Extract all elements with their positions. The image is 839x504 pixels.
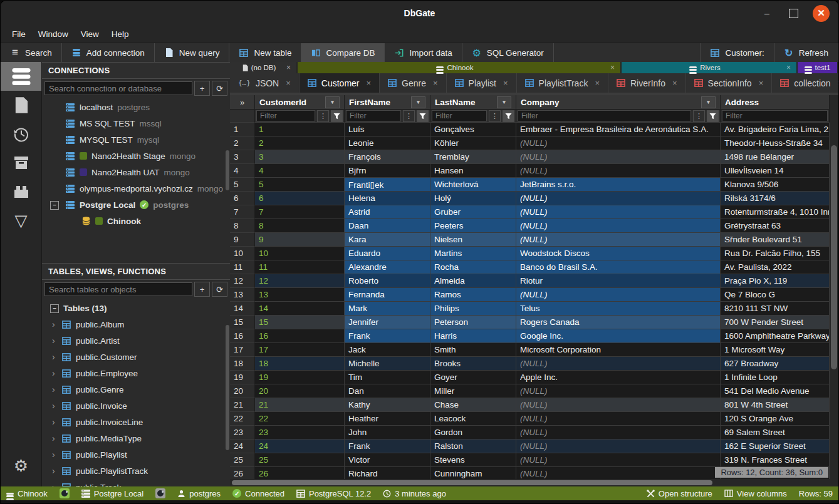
cell-firstname[interactable]: Kathy xyxy=(345,398,430,412)
cell-firstname[interactable]: Helena xyxy=(345,192,430,205)
cell-address[interactable]: 120 S Orange Ave xyxy=(721,412,830,426)
cell-lastname[interactable]: Wichterlová xyxy=(430,178,516,192)
chevron-right-icon[interactable]: › xyxy=(52,466,57,476)
grid-expand-all-header[interactable]: » xyxy=(230,95,255,110)
column-header-customerid[interactable]: CustomerId▾ xyxy=(255,95,345,110)
cell-company[interactable]: Embraer - Empresa Brasileira de Aeronáut… xyxy=(516,123,721,136)
cell-company[interactable]: (NULL) xyxy=(516,398,721,412)
cell-company[interactable]: (NULL) xyxy=(516,440,721,453)
table-item[interactable]: ›public.Employee xyxy=(42,365,230,381)
tables-group[interactable]: –Tables (13) xyxy=(42,300,230,316)
tab-customer[interactable]: Customer× xyxy=(300,73,380,93)
cell-lastname[interactable]: Rocha xyxy=(430,260,516,274)
cell-customerid[interactable]: 18 xyxy=(255,357,345,371)
cell-company[interactable]: Banco do Brasil S.A. xyxy=(516,260,721,274)
close-icon[interactable]: × xyxy=(784,63,793,72)
cell-company[interactable]: (NULL) xyxy=(516,136,721,150)
table-item[interactable]: ›public.Customer xyxy=(42,349,230,365)
cell-firstname[interactable]: Frank xyxy=(345,329,430,343)
chevron-right-icon[interactable]: › xyxy=(52,401,57,411)
status-rows-59[interactable]: Rows: 59 xyxy=(799,489,833,498)
database-item[interactable]: Chinook xyxy=(42,213,230,229)
cell-firstname[interactable]: Alexandre xyxy=(345,260,430,274)
tab-json[interactable]: {…}JSON× xyxy=(230,73,300,93)
toolbar-add-connection-button[interactable]: Add connection xyxy=(62,43,155,62)
cell-address[interactable]: 1 Infinite Loop xyxy=(721,371,830,384)
collapse-box-icon[interactable]: – xyxy=(50,304,59,313)
toolbar-refresh-button[interactable]: ↻Refresh xyxy=(774,43,838,62)
cell-customerid[interactable]: 25 xyxy=(255,453,345,467)
cell-address[interactable]: Qe 7 Bloco G xyxy=(721,288,830,302)
cell-customerid[interactable]: 15 xyxy=(255,316,345,329)
cell-address[interactable]: 162 E Superior Street xyxy=(721,440,830,453)
close-icon[interactable]: × xyxy=(286,78,291,88)
toolbar-customer--button[interactable]: Customer: xyxy=(700,43,774,62)
cell-customerid[interactable]: 10 xyxy=(255,247,345,260)
cell-customerid[interactable]: 16 xyxy=(255,329,345,343)
toolbar-sql-generator-button[interactable]: ⚙SQL Generator xyxy=(462,43,554,62)
cell-lastname[interactable]: Holý xyxy=(430,192,516,205)
cell-lastname[interactable]: Harris xyxy=(430,329,516,343)
cell-address[interactable]: 319 N. Frances Street xyxy=(721,453,830,467)
close-icon[interactable]: × xyxy=(672,78,677,88)
connections-add-button[interactable]: + xyxy=(194,81,210,96)
tab-sectioninfo[interactable]: SectionInfo× xyxy=(686,73,773,93)
cell-address[interactable]: 1600 Amphitheatre Parkway xyxy=(721,329,830,343)
activity-triangle-button[interactable]: ▽ xyxy=(1,206,41,235)
cell-lastname[interactable]: Goyer xyxy=(430,371,516,384)
table-item[interactable]: ›public.Album xyxy=(42,316,230,332)
cell-firstname[interactable]: John xyxy=(345,426,430,440)
chevron-right-icon[interactable]: › xyxy=(52,417,57,427)
minimize-button[interactable]: – xyxy=(760,6,774,20)
column-menu-chevron-icon[interactable]: ▾ xyxy=(325,96,340,108)
close-icon[interactable]: × xyxy=(433,78,438,88)
activity-history-button[interactable] xyxy=(1,120,41,148)
cell-lastname[interactable]: Tremblay xyxy=(430,150,516,164)
db-tab-nodb[interactable]: (no DB)× xyxy=(230,62,296,73)
menu-file[interactable]: File xyxy=(6,28,32,41)
cell-company[interactable]: (NULL) xyxy=(516,357,721,371)
cell-company[interactable]: (NULL) xyxy=(516,453,721,467)
table-item[interactable]: ›public.Artist xyxy=(42,332,230,349)
column-header-address[interactable]: Address xyxy=(721,95,830,110)
cell-lastname[interactable]: Philips xyxy=(430,302,516,316)
connection-item[interactable]: localhostpostgres xyxy=(42,99,230,115)
cell-firstname[interactable]: Jack xyxy=(345,343,430,357)
filter-input[interactable] xyxy=(722,110,828,121)
tab-playlist[interactable]: Playlist× xyxy=(447,73,517,93)
cell-lastname[interactable]: Gruber xyxy=(430,205,516,219)
cell-firstname[interactable]: Eduardo xyxy=(345,247,430,260)
cell-firstname[interactable]: Leonie xyxy=(345,136,430,150)
cell-company[interactable]: (NULL) xyxy=(516,205,721,219)
filter-input[interactable] xyxy=(518,110,691,121)
cell-address[interactable]: 1 Microsoft Way xyxy=(721,343,830,357)
cell-company[interactable]: (NULL) xyxy=(516,288,721,302)
cell-company[interactable]: (NULL) xyxy=(516,150,721,164)
close-icon[interactable]: × xyxy=(608,63,617,72)
cell-lastname[interactable]: Miller xyxy=(430,384,516,398)
cell-company[interactable]: Apple Inc. xyxy=(516,371,721,384)
cell-company[interactable]: Riotur xyxy=(516,274,721,288)
activity-archive-button[interactable] xyxy=(1,148,41,177)
cell-lastname[interactable]: Smith xyxy=(430,343,516,357)
toolbar-new-table-button[interactable]: New table xyxy=(229,43,301,62)
filter-menu-icon[interactable]: ⋮ xyxy=(317,110,329,122)
cell-customerid[interactable]: 22 xyxy=(255,412,345,426)
cell-address[interactable]: 8210 111 ST NW xyxy=(721,302,830,316)
status-3-minutes-ago[interactable]: 3 minutes ago xyxy=(383,489,446,498)
cell-firstname[interactable]: Roberto xyxy=(345,274,430,288)
toolbar-import-data-button[interactable]: Import data xyxy=(385,43,462,62)
chevron-right-icon[interactable]: › xyxy=(52,368,57,378)
filter-input[interactable] xyxy=(256,110,315,121)
cell-firstname[interactable]: Astrid xyxy=(345,205,430,219)
connections-refresh-button[interactable]: ⟳ xyxy=(212,81,227,96)
cell-lastname[interactable]: Peeters xyxy=(430,219,516,233)
connection-item[interactable]: Nano2Health Stagemongo xyxy=(42,148,230,164)
cell-company[interactable]: (NULL) xyxy=(516,219,721,233)
cell-address[interactable]: Rotenturmstraße 4, 1010 Innere Stadt xyxy=(721,205,830,219)
cell-customerid[interactable]: 8 xyxy=(255,219,345,233)
db-tab-test1[interactable]: test1 xyxy=(798,62,837,73)
cell-customerid[interactable]: 23 xyxy=(255,426,345,440)
activity-file-button[interactable] xyxy=(1,91,41,120)
cell-customerid[interactable]: 12 xyxy=(255,274,345,288)
